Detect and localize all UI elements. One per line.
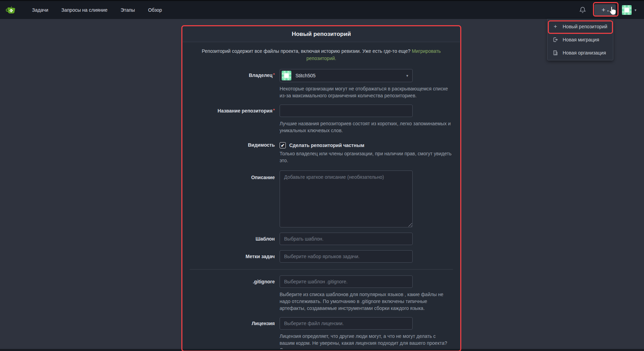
user-avatar[interactable] xyxy=(622,5,632,15)
owner-select[interactable]: Stitch505 ▾ xyxy=(280,69,413,82)
gitignore-help-text: Выберите из списка шаблонов для популярн… xyxy=(280,291,452,312)
license-label: Лицензия xyxy=(190,317,275,350)
gitea-logo-icon[interactable] xyxy=(5,4,17,16)
panel-header: Новый репозиторий xyxy=(183,27,460,42)
identicon xyxy=(282,71,291,80)
repo-name-help-text: Лучшие названия репозиториев состоят из … xyxy=(280,120,452,134)
template-field-row: Шаблон xyxy=(190,233,453,245)
migration-icon xyxy=(552,37,559,42)
chevron-down-icon: ▾ xyxy=(607,9,609,13)
visibility-help-text: Только владелец или члены организации, п… xyxy=(280,150,452,164)
owner-field-row: Владелец* xyxy=(190,69,453,99)
navbar-right: + ▾ ▾ xyxy=(579,4,644,16)
new-repository-panel: Новый репозиторий Репозиторий содержит в… xyxy=(183,27,460,350)
repo-name-label: Название репозитория* xyxy=(190,105,275,134)
owner-avatar xyxy=(282,71,291,80)
create-new-button[interactable]: + ▾ xyxy=(594,4,616,16)
owner-value: Stitch505 xyxy=(295,73,315,78)
chevron-down-icon: ▾ xyxy=(406,74,408,78)
teacup-icon xyxy=(5,4,16,16)
template-input[interactable] xyxy=(280,233,413,245)
intro-text: Репозиторий содержит все файлы проекта, … xyxy=(199,48,444,62)
menu-item-new-repository[interactable]: + Новый репозиторий xyxy=(547,20,613,33)
private-repo-checkbox-label[interactable]: Сделать репозиторий частным xyxy=(289,143,364,148)
plus-icon: + xyxy=(552,23,559,30)
section-divider xyxy=(190,269,453,270)
window-top-edge xyxy=(0,0,644,1)
menu-item-label: Новая миграция xyxy=(563,37,599,42)
description-textarea[interactable] xyxy=(280,170,413,227)
required-asterisk: * xyxy=(273,108,275,113)
gitignore-label: .gitignore xyxy=(190,275,275,312)
panel-body: Репозиторий содержит все файлы проекта, … xyxy=(183,42,460,350)
visibility-label: Видимость xyxy=(190,139,275,164)
identicon xyxy=(622,5,632,15)
issue-labels-field-row: Метки задач xyxy=(190,250,453,263)
owner-help-text: Некоторые организации могут не отображат… xyxy=(280,85,452,99)
required-asterisk: * xyxy=(273,72,275,77)
menu-item-new-organization[interactable]: Новая организация xyxy=(547,46,613,59)
menu-item-new-migration[interactable]: Новая миграция xyxy=(547,33,613,46)
plus-icon: + xyxy=(602,6,605,14)
license-input[interactable] xyxy=(280,317,413,330)
menu-item-label: Новый репозиторий xyxy=(563,24,607,29)
repo-name-input[interactable] xyxy=(280,105,413,117)
description-label: Описание xyxy=(190,170,275,227)
nav-item-pull-requests[interactable]: Запросы на слияние xyxy=(55,7,114,13)
page-title: Новый репозиторий xyxy=(292,31,351,38)
license-help-text: Лицензия определяет, что другие люди мог… xyxy=(280,333,452,350)
private-repo-checkbox[interactable]: ✔ xyxy=(280,142,286,148)
description-field-row: Описание xyxy=(190,170,453,227)
notifications-bell-icon[interactable] xyxy=(579,7,586,13)
navbar: Задачи Запросы на слияние Этапы Обзор + … xyxy=(0,1,644,19)
visibility-field-row: Видимость ✔ Сделать репозиторий частным … xyxy=(190,139,453,164)
create-new-dropdown-menu: + Новый репозиторий Новая миграция Новая… xyxy=(547,19,613,60)
gitignore-input[interactable] xyxy=(280,275,413,288)
intro-description: Репозиторий содержит все файлы проекта, … xyxy=(202,48,410,54)
gitignore-field-row: .gitignore Выберите из списка шаблонов д… xyxy=(190,275,453,312)
template-label: Шаблон xyxy=(190,233,275,245)
menu-item-label: Новая организация xyxy=(563,50,606,56)
organization-icon xyxy=(552,50,559,56)
license-field-row: Лицензия Лицензия определяет, что другие… xyxy=(190,317,453,350)
repo-name-field-row: Название репозитория* Лучшие названия ре… xyxy=(190,105,453,134)
window-bottom-edge xyxy=(0,349,644,351)
nav-item-issues[interactable]: Задачи xyxy=(26,7,55,13)
avatar-chevron-down-icon[interactable]: ▾ xyxy=(634,8,636,12)
nav-item-milestones[interactable]: Этапы xyxy=(114,7,142,13)
nav-item-explore[interactable]: Обзор xyxy=(141,7,168,13)
checkmark-icon: ✔ xyxy=(281,143,285,148)
owner-label: Владелец* xyxy=(190,69,275,99)
issue-labels-input[interactable] xyxy=(280,250,413,263)
issue-labels-label: Метки задач xyxy=(190,250,275,263)
